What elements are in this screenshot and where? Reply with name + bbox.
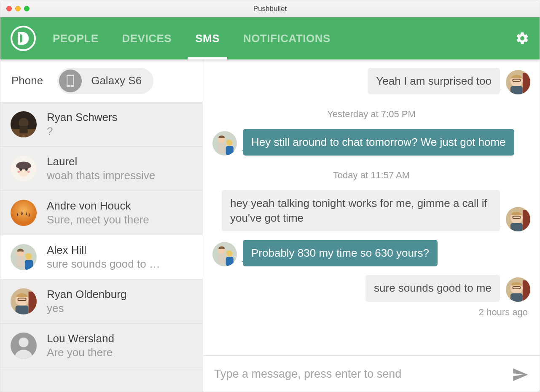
thread-item[interactable]: Ryan Schwers ?	[0, 102, 203, 147]
thread-name: Ryan Schwers	[47, 111, 193, 124]
svg-point-10	[25, 168, 28, 171]
composer	[203, 355, 540, 392]
body: Phone Galaxy S6 Ryan Schwers ? Laurel wo…	[0, 59, 540, 392]
tab-devices[interactable]: DEVICES	[122, 17, 172, 59]
app-window: Pushbullet PEOPLEDEVICESSMSNOTIFICATIONS…	[0, 0, 540, 392]
app-logo-icon	[18, 32, 29, 45]
svg-point-26	[19, 338, 28, 347]
message-incoming: Probably 830 my time so 630 yours?	[212, 240, 530, 266]
svg-rect-1	[67, 76, 73, 85]
minimize-button[interactable]	[15, 6, 21, 11]
thread-name: Ryan Oldenburg	[47, 288, 193, 301]
thread-preview: yes	[47, 302, 193, 315]
tab-sms[interactable]: SMS	[195, 17, 220, 59]
thread-preview: Are you there	[47, 346, 193, 359]
svg-point-11	[17, 171, 20, 173]
titlebar: Pushbullet	[0, 0, 540, 17]
thread-name: Andre von Houck	[47, 199, 193, 212]
svg-rect-18	[25, 260, 33, 270]
svg-rect-54	[510, 293, 523, 302]
avatar	[11, 156, 37, 182]
gear-icon[interactable]	[515, 31, 529, 46]
message-bubble: Probably 830 my time so 630 yours?	[243, 240, 438, 266]
svg-rect-16	[16, 256, 24, 268]
svg-rect-35	[218, 142, 226, 153]
thread-item[interactable]: Lou Wersland Are you there	[0, 324, 203, 368]
svg-rect-24	[16, 306, 29, 314]
svg-rect-39	[523, 210, 530, 232]
device-name: Galaxy S6	[91, 74, 142, 87]
app-logo[interactable]	[11, 26, 36, 51]
phone-label: Phone	[11, 74, 43, 87]
svg-rect-46	[218, 254, 226, 264]
device-selector[interactable]: Galaxy S6	[57, 68, 153, 94]
phone-selector-row: Phone Galaxy S6	[0, 59, 203, 102]
thread-preview: ?	[47, 125, 193, 138]
chat-pane: Yeah I am surprised tooYesterday at 7:05…	[203, 59, 540, 392]
svg-rect-50	[523, 280, 530, 302]
message-bubble: Hey still around to chat tomorrow? We ju…	[243, 129, 514, 156]
close-button[interactable]	[6, 6, 12, 11]
message-outgoing: Yeah I am surprised too	[212, 68, 530, 94]
thread-preview: sure sounds good to …	[47, 258, 193, 271]
timestamp: Today at 11:57 AM	[212, 170, 530, 181]
thread-name: Alex Hill	[47, 244, 193, 257]
message-bubble: Yeah I am surprised too	[368, 68, 500, 94]
svg-rect-32	[510, 86, 523, 94]
window-title: Pushbullet	[0, 5, 540, 13]
message-bubble: hey yeah talking tonight works for me, g…	[222, 190, 500, 231]
avatar	[506, 207, 530, 231]
thread-text: Andre von Houck Sure, meet you there	[47, 199, 193, 226]
sidebar: Phone Galaxy S6 Ryan Schwers ? Laurel wo…	[0, 59, 203, 392]
avatar	[11, 288, 37, 314]
thread-text: Lou Wersland Are you there	[47, 332, 193, 359]
avatar	[506, 70, 530, 94]
messages[interactable]: Yeah I am surprised tooYesterday at 7:05…	[203, 59, 540, 355]
tab-notifications[interactable]: NOTIFICATIONS	[243, 17, 330, 59]
thread-item[interactable]: Andre von Houck Sure, meet you there	[0, 191, 203, 235]
thread-preview: Sure, meet you there	[47, 213, 193, 226]
tab-people[interactable]: PEOPLE	[53, 17, 98, 59]
thread-list[interactable]: Ryan Schwers ? Laurel woah thats impress…	[0, 102, 203, 392]
svg-rect-48	[226, 257, 234, 266]
thread-item[interactable]: Alex Hill sure sounds good to …	[0, 235, 203, 279]
phone-icon	[59, 70, 82, 92]
svg-point-2	[70, 85, 71, 86]
svg-rect-43	[510, 223, 523, 231]
avatar	[11, 333, 37, 359]
thread-text: Ryan Schwers ?	[47, 111, 193, 138]
svg-point-12	[27, 171, 30, 173]
svg-point-9	[19, 168, 22, 171]
message-input[interactable]	[214, 368, 505, 381]
send-icon[interactable]	[512, 366, 529, 381]
avatar	[11, 111, 37, 137]
svg-rect-13	[11, 200, 37, 226]
svg-rect-28	[523, 73, 530, 94]
navbar: PEOPLEDEVICESSMSNOTIFICATIONS	[0, 17, 540, 59]
relative-time: 2 hours ago	[212, 307, 530, 318]
avatar	[506, 277, 530, 302]
message-incoming: Hey still around to chat tomorrow? We ju…	[212, 129, 530, 156]
svg-rect-20	[29, 292, 37, 314]
thread-item[interactable]: Laurel woah thats impressive	[0, 147, 203, 191]
avatar	[212, 131, 237, 156]
thread-text: Alex Hill sure sounds good to …	[47, 244, 193, 271]
avatar	[11, 244, 37, 270]
avatar	[11, 200, 37, 226]
thread-preview: woah thats impressive	[47, 169, 193, 182]
svg-rect-6	[19, 126, 27, 133]
thread-name: Lou Wersland	[47, 332, 193, 345]
message-bubble: sure sounds good to me	[365, 275, 500, 301]
thread-item[interactable]: Ryan Oldenburg yes	[0, 279, 203, 324]
thread-name: Laurel	[47, 155, 193, 168]
message-outgoing: sure sounds good to me	[212, 275, 530, 301]
maximize-button[interactable]	[24, 6, 30, 11]
thread-text: Ryan Oldenburg yes	[47, 288, 193, 315]
thread-text: Laurel woah thats impressive	[47, 155, 193, 182]
timestamp: Yesterday at 7:05 PM	[212, 109, 530, 120]
svg-rect-37	[226, 146, 234, 156]
avatar	[212, 242, 237, 266]
message-outgoing: hey yeah talking tonight works for me, g…	[212, 190, 530, 231]
nav-tabs: PEOPLEDEVICESSMSNOTIFICATIONS	[53, 17, 330, 59]
traffic-lights	[6, 6, 30, 11]
